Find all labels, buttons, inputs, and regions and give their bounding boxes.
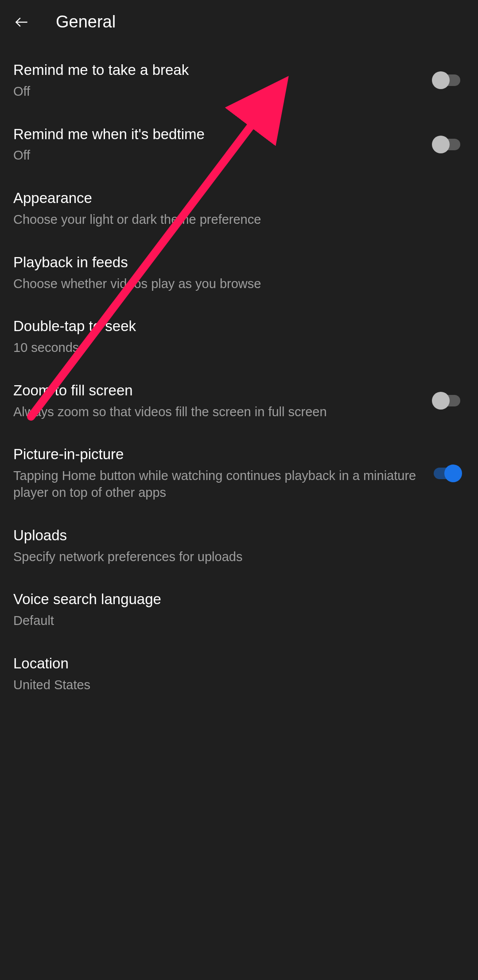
setting-bedtime[interactable]: Remind me when it's bedtime Off xyxy=(0,113,478,177)
back-button[interactable] xyxy=(13,14,30,31)
setting-title: Playback in feeds xyxy=(13,253,456,272)
setting-uploads[interactable]: Uploads Specify network preferences for … xyxy=(0,514,478,578)
toggle-pip[interactable] xyxy=(434,465,465,482)
toggle-bedtime[interactable] xyxy=(434,136,465,153)
setting-voice-search[interactable]: Voice search language Default xyxy=(0,578,478,642)
page-title: General xyxy=(56,12,116,31)
toggle-thumb xyxy=(444,465,462,482)
toggle-take-break[interactable] xyxy=(434,71,465,89)
setting-title: Picture-in-picture xyxy=(13,445,425,464)
setting-double-tap[interactable]: Double-tap to seek 10 seconds xyxy=(0,305,478,369)
setting-location[interactable]: Location United States xyxy=(0,642,478,706)
setting-take-break[interactable]: Remind me to take a break Off xyxy=(0,48,478,113)
setting-text: Picture-in-picture Tapping Home button w… xyxy=(13,445,434,501)
setting-text: Playback in feeds Choose whether videos … xyxy=(13,253,465,293)
setting-text: Location United States xyxy=(13,654,465,694)
setting-subtitle: Specify network preferences for uploads xyxy=(13,549,456,566)
setting-subtitle: United States xyxy=(13,677,456,694)
setting-title: Voice search language xyxy=(13,590,456,609)
setting-title: Double-tap to seek xyxy=(13,317,456,336)
setting-title: Zoom to fill screen xyxy=(13,381,425,400)
arrow-left-icon xyxy=(13,14,30,31)
setting-text: Uploads Specify network preferences for … xyxy=(13,526,465,566)
setting-subtitle: Default xyxy=(13,613,456,629)
setting-subtitle: Off xyxy=(13,83,425,100)
setting-title: Appearance xyxy=(13,189,456,208)
setting-title: Remind me when it's bedtime xyxy=(13,125,425,144)
setting-text: Appearance Choose your light or dark the… xyxy=(13,189,465,228)
toggle-thumb xyxy=(432,392,450,410)
setting-subtitle: Tapping Home button while watching conti… xyxy=(13,468,425,501)
setting-text: Double-tap to seek 10 seconds xyxy=(13,317,465,356)
setting-text: Remind me when it's bedtime Off xyxy=(13,125,434,164)
setting-text: Voice search language Default xyxy=(13,590,465,629)
setting-appearance[interactable]: Appearance Choose your light or dark the… xyxy=(0,176,478,241)
setting-pip[interactable]: Picture-in-picture Tapping Home button w… xyxy=(0,433,478,513)
setting-playback-feeds[interactable]: Playback in feeds Choose whether videos … xyxy=(0,241,478,305)
toggle-thumb xyxy=(432,71,450,89)
setting-subtitle: Always zoom so that videos fill the scre… xyxy=(13,404,425,421)
setting-zoom-fill[interactable]: Zoom to fill screen Always zoom so that … xyxy=(0,369,478,433)
header: General xyxy=(0,0,478,44)
toggle-zoom-fill[interactable] xyxy=(434,392,465,410)
toggle-thumb xyxy=(432,136,450,153)
settings-list: Remind me to take a break Off Remind me … xyxy=(0,44,478,710)
setting-text: Zoom to fill screen Always zoom so that … xyxy=(13,381,434,421)
setting-title: Remind me to take a break xyxy=(13,61,425,80)
setting-subtitle: Choose whether videos play as you browse xyxy=(13,276,456,293)
setting-text: Remind me to take a break Off xyxy=(13,61,434,100)
setting-subtitle: 10 seconds xyxy=(13,340,456,356)
setting-title: Uploads xyxy=(13,526,456,545)
setting-subtitle: Off xyxy=(13,147,425,164)
setting-subtitle: Choose your light or dark theme preferen… xyxy=(13,211,456,228)
setting-title: Location xyxy=(13,654,456,673)
